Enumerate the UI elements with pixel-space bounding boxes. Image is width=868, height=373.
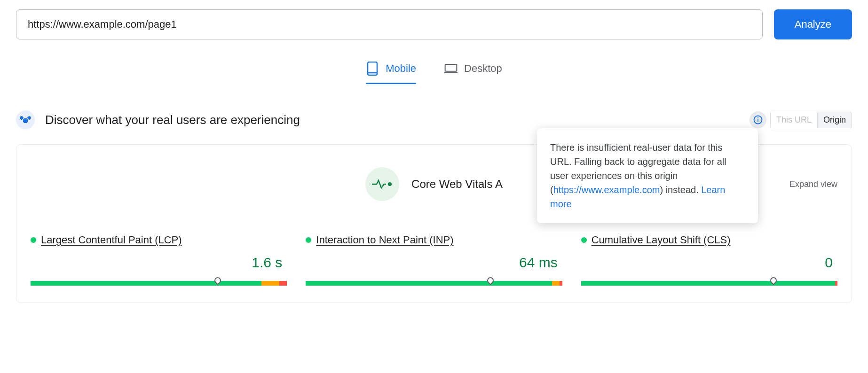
- cwv-title: Core Web Vitals A: [411, 178, 503, 191]
- tab-mobile[interactable]: Mobile: [366, 62, 416, 84]
- toggle-origin[interactable]: Origin: [817, 112, 852, 128]
- status-dot-good-icon: [306, 237, 311, 243]
- section-title: Discover what your real users are experi…: [45, 113, 300, 127]
- tab-mobile-label: Mobile: [386, 62, 416, 75]
- metric-title-row: Interaction to Next Paint (INP): [306, 234, 562, 246]
- analyze-bar: Analyze: [16, 9, 852, 39]
- bar-segment: [306, 281, 490, 286]
- scope-toggle: This URL Origin: [770, 112, 852, 128]
- vitals-pass-icon: [365, 167, 399, 201]
- metric: Largest Contentful Paint (LCP)1.6 s: [31, 234, 287, 288]
- status-dot-good-icon: [581, 237, 587, 243]
- bar-segment: [490, 281, 552, 286]
- distribution-bar: [31, 277, 287, 288]
- distribution-bar: [306, 277, 562, 288]
- metric-value: 1.6 s: [31, 255, 287, 271]
- info-icon[interactable]: [750, 111, 766, 128]
- section-header: Discover what your real users are experi…: [16, 110, 852, 129]
- bar-segment: [560, 281, 562, 286]
- url-input[interactable]: [16, 9, 763, 39]
- bar-segment: [31, 281, 218, 286]
- bar-segment: [581, 281, 773, 286]
- metrics-row: Largest Contentful Paint (LCP)1.6 sInter…: [31, 234, 837, 288]
- metric-name[interactable]: Cumulative Layout Shift (CLS): [592, 234, 731, 246]
- metric-name[interactable]: Largest Contentful Paint (LCP): [41, 234, 182, 246]
- metric-title-row: Cumulative Layout Shift (CLS): [581, 234, 837, 246]
- metric-value: 64 ms: [306, 255, 562, 271]
- bar-segment: [279, 281, 287, 286]
- users-icon: [16, 110, 35, 129]
- bar-segment: [773, 281, 835, 286]
- bar-segment: [552, 281, 560, 286]
- bar-segment: [218, 281, 261, 286]
- tooltip-origin-link[interactable]: https://www.example.com: [553, 185, 660, 195]
- expand-view-link[interactable]: Expand view: [789, 179, 837, 189]
- device-tabs: Mobile Desktop: [16, 62, 852, 84]
- tab-desktop-label: Desktop: [464, 62, 502, 75]
- metric: Interaction to Next Paint (INP)64 ms: [306, 234, 562, 288]
- metric-value: 0: [581, 255, 837, 271]
- metric: Cumulative Layout Shift (CLS)0: [581, 234, 837, 288]
- tab-desktop[interactable]: Desktop: [444, 62, 502, 84]
- svg-point-6: [758, 117, 758, 118]
- metric-title-row: Largest Contentful Paint (LCP): [31, 234, 287, 246]
- svg-point-7: [388, 182, 392, 186]
- bar-segment: [261, 281, 279, 286]
- metric-name[interactable]: Interaction to Next Paint (INP): [316, 234, 453, 246]
- info-tooltip: There is insufficient real-user data for…: [537, 128, 758, 223]
- status-dot-good-icon: [31, 237, 36, 243]
- mobile-icon: [366, 62, 379, 75]
- toggle-this-url[interactable]: This URL: [771, 112, 817, 128]
- bar-segment: [835, 281, 837, 286]
- distribution-bar: [581, 277, 837, 288]
- desktop-icon: [444, 62, 458, 75]
- analyze-button[interactable]: Analyze: [774, 9, 852, 39]
- svg-rect-2: [445, 64, 457, 71]
- tooltip-text-2: ) instead.: [660, 185, 701, 195]
